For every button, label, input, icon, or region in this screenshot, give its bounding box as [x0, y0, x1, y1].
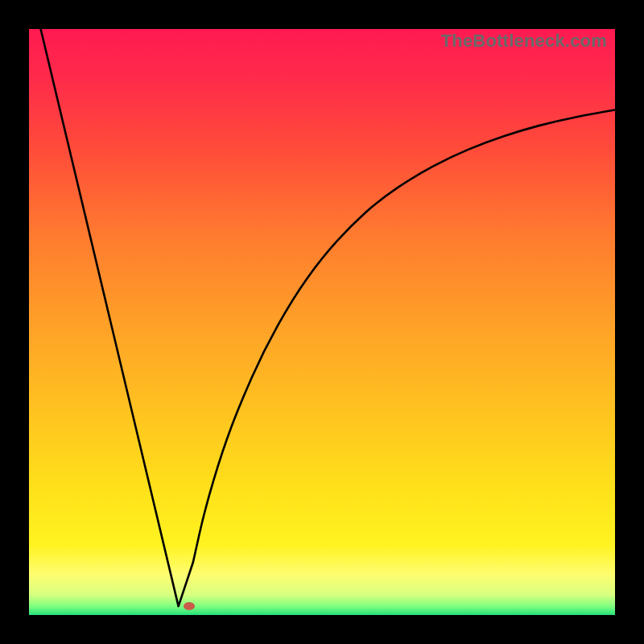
plot-area: TheBottleneck.com — [29, 29, 615, 615]
chart-frame: TheBottleneck.com — [0, 0, 644, 644]
optimal-point-marker — [184, 602, 195, 610]
gradient-background — [29, 29, 615, 615]
